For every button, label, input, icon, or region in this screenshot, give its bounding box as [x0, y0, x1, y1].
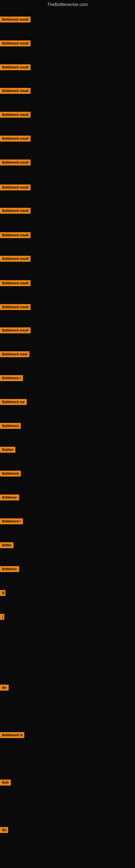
bottleneck-item: Bottleneck r — [0, 518, 23, 524]
bottleneck-badge[interactable]: B — [0, 590, 5, 596]
bottleneck-item: Bottleneck result — [0, 88, 31, 94]
bottleneck-badge[interactable]: Bott — [0, 780, 11, 785]
bottleneck-item: Bottleneck result — [0, 208, 31, 214]
bottleneck-badge[interactable]: Bottleneck result — [0, 88, 31, 94]
bottleneck-badge[interactable]: Bo — [0, 685, 9, 691]
bottleneck-badge[interactable]: Bottleneck result — [0, 159, 31, 165]
bottleneck-item: Bottleneck result — [0, 64, 31, 70]
bottleneck-item: Bottleneck resul — [0, 351, 30, 357]
bottleneck-item: Bottleneck result — [0, 40, 31, 46]
bottleneck-item: Bottleneck result — [0, 112, 31, 118]
bottleneck-badge[interactable]: Bottleneck res — [0, 399, 27, 405]
bottleneck-badge[interactable]: Bottleneck r — [0, 518, 23, 524]
bottleneck-item: Bottleneck result — [0, 280, 31, 286]
bottleneck-badge[interactable]: Bottleneck re — [0, 732, 24, 738]
bottleneck-item: Bottleneck result — [0, 232, 31, 238]
bottleneck-badge[interactable]: Bottlen — [0, 447, 15, 453]
bottleneck-item: Bottleneck — [0, 471, 21, 476]
bottleneck-badge[interactable]: Bottleneck result — [0, 208, 31, 214]
bottleneck-item: Bottleneck r — [0, 375, 23, 381]
bottleneck-badge[interactable]: Bottleneck result — [0, 40, 31, 46]
site-title: TheBottlenecker.com — [0, 0, 135, 9]
bottleneck-item: Bottle — [0, 542, 13, 548]
bottleneck-badge[interactable]: Bottleneck resul — [0, 351, 30, 357]
bottleneck-item: Bottleneck result — [0, 135, 31, 142]
bottleneck-item: Bottlen — [0, 447, 15, 453]
bottleneck-badge[interactable]: Bottleneck result — [0, 328, 31, 333]
bottleneck-badge[interactable]: Bottleneck result — [0, 64, 31, 70]
bottleneck-badge[interactable]: Bo — [0, 827, 8, 833]
bottleneck-item: Bottleneck result — [0, 304, 31, 310]
bottleneck-badge[interactable]: Bottleneck result — [0, 17, 31, 23]
bottleneck-badge[interactable]: Bottleneck — [0, 471, 21, 476]
bottleneck-item: Bottlenec — [0, 495, 19, 500]
bottleneck-badge[interactable]: Bottleneck result — [0, 184, 31, 190]
bottleneck-badge[interactable]: Bottleneck result — [0, 280, 31, 286]
bottleneck-badge[interactable]: Bottleneck result — [0, 135, 31, 142]
bottleneck-badge[interactable]: Bottle — [0, 542, 13, 548]
bottleneck-item: Bottleneck result — [0, 328, 31, 333]
bottleneck-badge[interactable]: Bottleneck result — [0, 232, 31, 238]
bottleneck-badge[interactable]: Bottleneck result — [0, 304, 31, 310]
bottleneck-item: Bottleneck result — [0, 256, 31, 262]
bottleneck-item: Bottleneck — [0, 423, 21, 429]
bottleneck-item: Bottleneck result — [0, 184, 31, 190]
bottleneck-item: Bottleneck result — [0, 17, 31, 23]
bottleneck-item: Bo — [0, 685, 9, 691]
bottleneck-badge[interactable]: Bottleneck result — [0, 112, 31, 118]
bottleneck-badge[interactable]: Bottleneck — [0, 423, 21, 429]
bottleneck-item: Bottleneck re — [0, 732, 24, 738]
bottleneck-item: Bottleneck res — [0, 399, 27, 405]
bottleneck-item: | — [0, 614, 4, 620]
bottleneck-badge[interactable]: Bottleneck result — [0, 256, 31, 262]
bottleneck-item: Bottleneck result — [0, 159, 31, 165]
bottleneck-badge[interactable]: Bottleneck r — [0, 375, 23, 381]
bottleneck-badge[interactable]: Bottlenec — [0, 566, 19, 572]
bottleneck-item: Bo — [0, 827, 8, 833]
bottleneck-badge[interactable]: Bottlenec — [0, 495, 19, 500]
bottleneck-item: B — [0, 590, 5, 596]
bottleneck-badge[interactable]: | — [0, 614, 4, 620]
bottleneck-item: Bott — [0, 780, 11, 785]
bottleneck-item: Bottlenec — [0, 566, 19, 572]
